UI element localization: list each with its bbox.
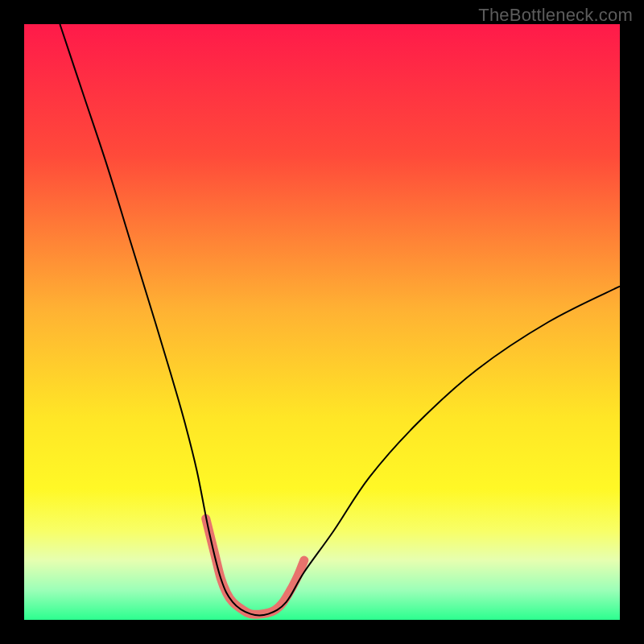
chart-frame: TheBottleneck.com xyxy=(0,0,644,644)
curve-layer xyxy=(24,24,620,620)
highlight-valley-path xyxy=(206,518,304,614)
plot-area xyxy=(24,24,620,620)
watermark-text: TheBottleneck.com xyxy=(478,5,633,26)
bottleneck-curve-path xyxy=(60,24,620,616)
